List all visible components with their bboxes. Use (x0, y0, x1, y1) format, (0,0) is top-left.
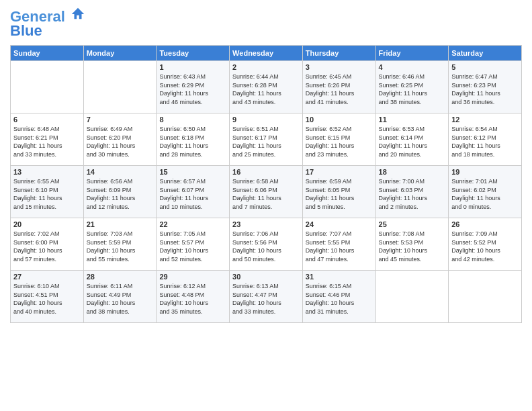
calendar-cell (375, 271, 449, 323)
day-info: Sunrise: 6:43 AM Sunset: 6:29 PM Dayligh… (159, 73, 226, 106)
calendar-cell: 21Sunrise: 7:03 AM Sunset: 5:59 PM Dayli… (83, 218, 157, 271)
calendar-cell: 18Sunrise: 7:00 AM Sunset: 6:03 PM Dayli… (375, 166, 449, 218)
calendar-cell: 12Sunrise: 6:54 AM Sunset: 6:12 PM Dayli… (449, 113, 522, 166)
calendar-cell: 16Sunrise: 6:58 AM Sunset: 6:06 PM Dayli… (230, 166, 303, 218)
calendar-week-row: 6Sunrise: 6:48 AM Sunset: 6:21 PM Daylig… (11, 113, 522, 166)
calendar-cell: 24Sunrise: 7:07 AM Sunset: 5:55 PM Dayli… (302, 218, 375, 271)
day-info: Sunrise: 6:12 AM Sunset: 4:48 PM Dayligh… (159, 282, 226, 316)
calendar-cell: 26Sunrise: 7:09 AM Sunset: 5:52 PM Dayli… (449, 218, 522, 271)
day-number: 26 (451, 220, 519, 228)
day-number: 31 (306, 273, 373, 281)
calendar-cell: 15Sunrise: 6:57 AM Sunset: 6:07 PM Dayli… (157, 166, 230, 218)
day-info: Sunrise: 6:45 AM Sunset: 6:26 PM Dayligh… (306, 73, 373, 106)
calendar-cell (449, 271, 522, 323)
day-number: 12 (451, 116, 519, 124)
day-number: 8 (159, 116, 226, 124)
day-number: 6 (13, 116, 81, 124)
calendar-cell: 4Sunrise: 6:46 AM Sunset: 6:25 PM Daylig… (375, 61, 449, 113)
calendar-cell: 3Sunrise: 6:45 AM Sunset: 6:26 PM Daylig… (302, 61, 375, 113)
day-number: 21 (87, 220, 154, 228)
calendar-cell: 17Sunrise: 6:59 AM Sunset: 6:05 PM Dayli… (302, 166, 375, 218)
day-info: Sunrise: 6:50 AM Sunset: 6:18 PM Dayligh… (159, 125, 226, 158)
calendar-cell: 2Sunrise: 6:44 AM Sunset: 6:28 PM Daylig… (230, 61, 303, 113)
day-number: 5 (451, 63, 519, 71)
day-number: 1 (159, 63, 226, 71)
calendar-cell: 14Sunrise: 6:56 AM Sunset: 6:09 PM Dayli… (83, 166, 157, 218)
calendar-cell: 6Sunrise: 6:48 AM Sunset: 6:21 PM Daylig… (11, 113, 84, 166)
day-info: Sunrise: 7:06 AM Sunset: 5:56 PM Dayligh… (232, 230, 300, 263)
main-container: General Blue SundayMondayTuesdayWednesda… (0, 0, 532, 326)
calendar-cell: 30Sunrise: 6:13 AM Sunset: 4:47 PM Dayli… (230, 271, 303, 323)
calendar-cell (83, 61, 157, 113)
day-info: Sunrise: 7:03 AM Sunset: 5:59 PM Dayligh… (87, 230, 154, 263)
day-info: Sunrise: 6:47 AM Sunset: 6:23 PM Dayligh… (451, 73, 519, 106)
day-info: Sunrise: 6:11 AM Sunset: 4:49 PM Dayligh… (87, 282, 154, 316)
calendar-cell: 9Sunrise: 6:51 AM Sunset: 6:17 PM Daylig… (230, 113, 303, 166)
calendar-cell: 8Sunrise: 6:50 AM Sunset: 6:18 PM Daylig… (157, 113, 230, 166)
weekday-header-saturday: Saturday (449, 46, 522, 61)
calendar-cell: 13Sunrise: 6:55 AM Sunset: 6:10 PM Dayli… (11, 166, 84, 218)
day-number: 7 (87, 116, 154, 124)
day-number: 24 (306, 220, 373, 228)
day-number: 13 (13, 168, 81, 176)
day-info: Sunrise: 6:54 AM Sunset: 6:12 PM Dayligh… (451, 125, 519, 158)
day-number: 25 (379, 220, 446, 228)
calendar-cell: 5Sunrise: 6:47 AM Sunset: 6:23 PM Daylig… (449, 61, 522, 113)
day-info: Sunrise: 6:53 AM Sunset: 6:14 PM Dayligh… (379, 125, 446, 158)
logo-icon (71, 7, 85, 21)
day-info: Sunrise: 6:56 AM Sunset: 6:09 PM Dayligh… (87, 177, 154, 211)
calendar-cell: 19Sunrise: 7:01 AM Sunset: 6:02 PM Dayli… (449, 166, 522, 218)
weekday-header-sunday: Sunday (11, 46, 84, 61)
weekday-header-monday: Monday (83, 46, 157, 61)
calendar-cell: 10Sunrise: 6:52 AM Sunset: 6:15 PM Dayli… (302, 113, 375, 166)
day-info: Sunrise: 7:05 AM Sunset: 5:57 PM Dayligh… (159, 230, 226, 263)
day-number: 3 (306, 63, 373, 71)
calendar-week-row: 27Sunrise: 6:10 AM Sunset: 4:51 PM Dayli… (11, 271, 522, 323)
day-info: Sunrise: 6:46 AM Sunset: 6:25 PM Dayligh… (379, 73, 446, 106)
day-number: 27 (13, 273, 81, 281)
calendar-cell: 28Sunrise: 6:11 AM Sunset: 4:49 PM Dayli… (83, 271, 157, 323)
day-info: Sunrise: 6:13 AM Sunset: 4:47 PM Dayligh… (232, 282, 300, 316)
day-number: 23 (232, 220, 300, 228)
day-number: 15 (159, 168, 226, 176)
calendar-cell: 23Sunrise: 7:06 AM Sunset: 5:56 PM Dayli… (230, 218, 303, 271)
day-info: Sunrise: 7:08 AM Sunset: 5:53 PM Dayligh… (379, 230, 446, 263)
day-number: 14 (87, 168, 154, 176)
calendar-week-row: 13Sunrise: 6:55 AM Sunset: 6:10 PM Dayli… (11, 166, 522, 218)
calendar-cell: 11Sunrise: 6:53 AM Sunset: 6:14 PM Dayli… (375, 113, 449, 166)
day-info: Sunrise: 6:10 AM Sunset: 4:51 PM Dayligh… (13, 282, 81, 316)
day-number: 16 (232, 168, 300, 176)
day-info: Sunrise: 7:09 AM Sunset: 5:52 PM Dayligh… (451, 230, 519, 263)
day-number: 9 (232, 116, 300, 124)
day-number: 11 (379, 116, 446, 124)
day-number: 20 (13, 220, 81, 228)
calendar-cell: 25Sunrise: 7:08 AM Sunset: 5:53 PM Dayli… (375, 218, 449, 271)
day-info: Sunrise: 6:58 AM Sunset: 6:06 PM Dayligh… (232, 177, 300, 211)
day-number: 10 (306, 116, 373, 124)
day-info: Sunrise: 7:07 AM Sunset: 5:55 PM Dayligh… (306, 230, 373, 263)
day-info: Sunrise: 6:49 AM Sunset: 6:20 PM Dayligh… (87, 125, 154, 158)
calendar-cell: 31Sunrise: 6:15 AM Sunset: 4:46 PM Dayli… (302, 271, 375, 323)
day-info: Sunrise: 6:15 AM Sunset: 4:46 PM Dayligh… (306, 282, 373, 316)
day-info: Sunrise: 7:02 AM Sunset: 6:00 PM Dayligh… (13, 230, 81, 263)
calendar-cell (11, 61, 84, 113)
day-number: 30 (232, 273, 300, 281)
day-info: Sunrise: 6:52 AM Sunset: 6:15 PM Dayligh… (306, 125, 373, 158)
day-number: 29 (159, 273, 226, 281)
day-info: Sunrise: 7:00 AM Sunset: 6:03 PM Dayligh… (379, 177, 446, 211)
day-number: 19 (451, 168, 519, 176)
day-info: Sunrise: 6:44 AM Sunset: 6:28 PM Dayligh… (232, 73, 300, 106)
weekday-header-thursday: Thursday (302, 46, 375, 61)
calendar-table: SundayMondayTuesdayWednesdayThursdayFrid… (10, 45, 522, 323)
logo: General Blue (10, 7, 85, 40)
weekday-header-row: SundayMondayTuesdayWednesdayThursdayFrid… (11, 46, 522, 61)
day-info: Sunrise: 6:48 AM Sunset: 6:21 PM Dayligh… (13, 125, 81, 158)
calendar-week-row: 1Sunrise: 6:43 AM Sunset: 6:29 PM Daylig… (11, 61, 522, 113)
header: General Blue (10, 7, 522, 40)
day-info: Sunrise: 7:01 AM Sunset: 6:02 PM Dayligh… (451, 177, 519, 211)
day-number: 28 (87, 273, 154, 281)
weekday-header-tuesday: Tuesday (157, 46, 230, 61)
calendar-cell: 29Sunrise: 6:12 AM Sunset: 4:48 PM Dayli… (157, 271, 230, 323)
day-number: 22 (159, 220, 226, 228)
calendar-cell: 7Sunrise: 6:49 AM Sunset: 6:20 PM Daylig… (83, 113, 157, 166)
